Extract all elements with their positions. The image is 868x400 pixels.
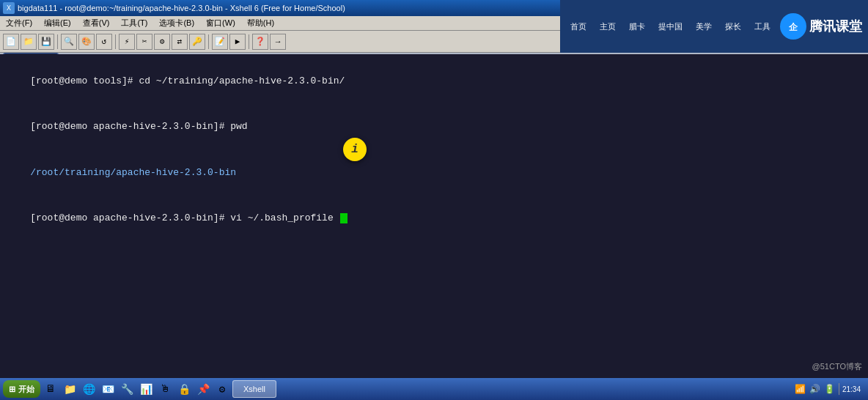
toolbar-new[interactable]: 📄 — [3, 34, 19, 50]
toolbar-extra[interactable]: → — [270, 34, 286, 50]
toolbar-macro[interactable]: ▶ — [229, 34, 246, 50]
toolbar-transfer[interactable]: ⇄ — [172, 34, 188, 50]
tencent-nav-beauty[interactable]: 美学 — [691, 20, 716, 34]
indicator-circle: i — [343, 138, 367, 161]
tencent-nav-tools[interactable]: 工具 — [750, 20, 775, 34]
toolbar-script[interactable]: 📝 — [212, 34, 228, 50]
taskbar-tray: 📶 🔊 🔋 21:34 — [790, 383, 865, 395]
toolbar-refresh[interactable]: ↺ — [96, 34, 112, 50]
toolbar-disconnect[interactable]: ✂ — [136, 34, 152, 50]
tencent-logo-name: 腾讯课堂 — [809, 18, 862, 35]
toolbar-connect[interactable]: ⚡ — [119, 34, 135, 50]
taskbar-active-app[interactable]: Xshell — [232, 380, 276, 398]
windows-taskbar[interactable]: ⊞ 开始 🖥 📁 🌐 📧 🔧 📊 🖱 🔒 📌 ⚙ Xshell 📶 🔊 🔋 21… — [0, 378, 868, 400]
menu-edit[interactable]: 编辑(E) — [41, 17, 74, 29]
toolbar-find[interactable]: 🔍 — [61, 34, 77, 50]
tencent-nav-china[interactable]: 提中国 — [654, 20, 687, 34]
tencent-toolbar: 首页 主页 腊卡 提中国 美学 探长 工具 企 腾讯课堂 — [560, 0, 868, 53]
taskbar-icon-5[interactable]: 🔧 — [118, 380, 136, 398]
taskbar-icon-10[interactable]: ⚙ — [213, 380, 231, 398]
tray-volume-icon: 🔊 — [809, 383, 821, 395]
terminal-cursor — [340, 213, 347, 223]
toolbar-keys[interactable]: 🔑 — [189, 34, 205, 50]
taskbar-icon-6[interactable]: 📊 — [137, 380, 155, 398]
tencent-logo: 企 腾讯课堂 — [780, 13, 862, 40]
taskbar-icon-9[interactable]: 📌 — [194, 380, 212, 398]
taskbar-icon-7[interactable]: 🖱 — [156, 380, 174, 398]
terminal-line-3: /root/training/apache-hive-2.3.0-bin — [7, 150, 861, 196]
toolbar-settings[interactable]: ⚙ — [154, 34, 170, 50]
tray-time: 21:34 — [842, 385, 861, 393]
tencent-nav-home[interactable]: 首页 — [566, 20, 591, 34]
menu-window[interactable]: 窗口(W) — [203, 17, 238, 29]
taskbar-icon-8[interactable]: 🔒 — [175, 380, 193, 398]
menu-view[interactable]: 查看(V) — [80, 17, 113, 29]
menu-tools[interactable]: 工具(T) — [118, 17, 150, 29]
menu-file[interactable]: 文件(F) — [3, 17, 35, 29]
toolbar-help[interactable]: ❓ — [252, 34, 268, 50]
toolbar-sep3 — [208, 34, 209, 49]
toolbar-save[interactable]: 💾 — [38, 34, 54, 50]
terminal-line-4: [root@demo apache-hive-2.3.0-bin]# vi ~/… — [7, 196, 861, 241]
taskbar-icon-3[interactable]: 🌐 — [80, 380, 98, 398]
window-title: bigdata111 - root@demo:~/training/apache… — [18, 4, 345, 12]
terminal-line-1: [root@demo tools]# cd ~/training/apache-… — [7, 59, 861, 104]
tray-battery-icon: 🔋 — [824, 383, 836, 395]
tencent-nav-card[interactable]: 腊卡 — [625, 20, 650, 34]
app-icon: X — [3, 2, 15, 14]
tencent-logo-icon: 企 — [780, 13, 806, 40]
indicator-label: i — [351, 143, 358, 156]
terminal-area[interactable]: [root@demo tools]# cd ~/training/apache-… — [0, 54, 868, 378]
svg-text:企: 企 — [788, 22, 798, 33]
taskbar-icon-4[interactable]: 📧 — [99, 380, 117, 398]
tray-sep — [839, 383, 839, 395]
taskbar-icon-2[interactable]: 📁 — [61, 380, 78, 398]
start-button[interactable]: ⊞ 开始 — [3, 380, 40, 398]
toolbar-open[interactable]: 📁 — [21, 34, 37, 50]
toolbar-sep4 — [249, 34, 249, 49]
tencent-nav-explore[interactable]: 探长 — [721, 20, 746, 34]
watermark: @51CTO博客 — [812, 361, 862, 372]
menu-help[interactable]: 帮助(H) — [244, 17, 277, 29]
taskbar-icon-1[interactable]: 🖥 — [42, 380, 59, 398]
toolbar-sep1 — [57, 34, 58, 49]
menu-tabs[interactable]: 选项卡(B) — [156, 17, 197, 29]
terminal-line-2: [root@demo apache-hive-2.3.0-bin]# pwd — [7, 104, 861, 149]
tencent-nav-main[interactable]: 主页 — [595, 20, 620, 34]
toolbar-color[interactable]: 🎨 — [78, 34, 95, 50]
tray-network-icon: 📶 — [795, 383, 806, 395]
toolbar-sep2 — [115, 34, 116, 49]
